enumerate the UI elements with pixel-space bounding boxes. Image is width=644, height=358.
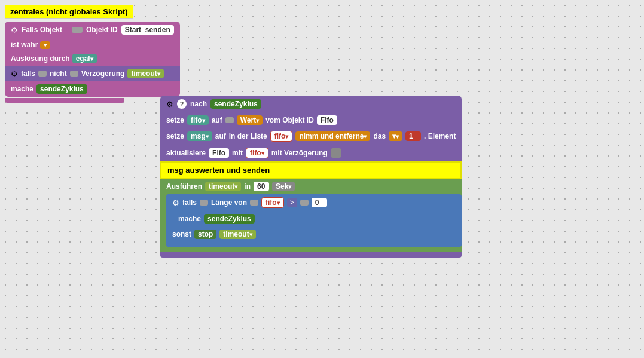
vom-objekt-id-label: vom Objekt ID: [265, 116, 314, 124]
ist-wahr-dropdown[interactable]: [40, 41, 50, 49]
left-block-group: Falls Objekt Objekt ID Start_senden ist …: [5, 22, 180, 103]
connector-6: [250, 200, 258, 206]
connector-2: [38, 71, 47, 77]
ausfuehren-label: Ausführen: [166, 182, 202, 191]
aktualisiere-label: aktualisiere: [166, 149, 206, 157]
purple-close: [160, 252, 462, 258]
start-senden-pill: Start_senden: [121, 25, 174, 35]
mache-row: mache sendeZyklus: [5, 81, 180, 97]
setze-msg-row: setze msg auf in der Liste fifo nimm und…: [160, 128, 462, 145]
left-block-bottom: [5, 98, 124, 103]
msg-auswerten-row: msg auswerten und senden: [160, 161, 462, 179]
script-type-label: zentrales (nicht globales Skript): [5, 5, 133, 19]
question-icon: ?: [177, 99, 187, 109]
ausloesung-label: Auslösung durch: [11, 54, 70, 63]
egal-dropdown[interactable]: egal: [72, 54, 97, 63]
ausloesung-row: Auslösung durch egal: [5, 51, 180, 66]
inner-falls-label: falls: [182, 198, 197, 207]
nimm-entferne-pill[interactable]: nimm und entferne: [295, 131, 370, 141]
fifo-3-pill[interactable]: fifo: [246, 148, 268, 158]
connector-4: [225, 117, 234, 123]
auf-1-label: auf: [212, 116, 222, 124]
connector-left: [72, 27, 83, 33]
greater-op-pill: >: [287, 198, 297, 207]
falls-nicht-row: falls nicht Verzögerung timeout: [5, 66, 180, 81]
connector-3: [70, 71, 78, 77]
setze-fifo-row: setze fifo auf Wert vom Objekt ID Fifo: [160, 112, 462, 128]
zero-val-pill: 0: [312, 198, 327, 207]
laenge-von-label: Länge von: [211, 198, 247, 207]
objekt-id-label: Objekt ID: [86, 26, 118, 34]
verzoegerung-label: Verzögerung: [81, 69, 125, 78]
gear-icon-4: [172, 198, 179, 207]
right-block-group: ? nach sendeZyklus setze fifo auf Wert v…: [160, 96, 462, 258]
stop-pill[interactable]: stop: [194, 230, 216, 239]
connector-5: [200, 200, 208, 206]
gear-icon: [11, 26, 18, 35]
sende-zyklus-pill-1[interactable]: sendeZyklus: [36, 84, 87, 94]
sonst-label: sonst: [172, 230, 191, 238]
setze-2-label: setze: [166, 132, 184, 140]
inner-blue-container: falls Länge von fifo > 0 mache sendeZykl…: [166, 194, 462, 247]
auf-2-label: auf: [215, 132, 226, 140]
fifo-1-pill[interactable]: fifo: [187, 115, 209, 125]
green-close: [160, 247, 462, 252]
nach-label: nach: [190, 100, 207, 108]
das-dropdown[interactable]: ▾: [389, 131, 402, 141]
timeout-dropdown-1[interactable]: timeout: [127, 69, 163, 78]
gear-icon-3: [166, 100, 173, 109]
setze-1-label: setze: [166, 116, 184, 124]
nach-row: ? nach sendeZyklus: [160, 96, 462, 112]
fifo-akt-pill: Fifo: [209, 148, 229, 158]
in-der-liste-label: in der Liste: [229, 132, 267, 140]
sende-zyklus-2-pill[interactable]: sendeZyklus: [204, 214, 255, 224]
timeout-2-pill[interactable]: timeout: [205, 182, 241, 191]
mit-label-1: mit: [232, 149, 243, 157]
sende-zyklus-header-pill[interactable]: sendeZyklus: [210, 99, 261, 109]
inner-mache-label: mache: [178, 215, 201, 223]
mit-verzoegerung-label: mit Verzögerung: [271, 149, 328, 157]
msg-auswerten-label: msg auswerten und senden: [167, 166, 270, 175]
in-label: in: [244, 182, 251, 191]
element-label: . Element: [424, 132, 456, 140]
das-label: das: [373, 132, 386, 140]
mache-label: mache: [11, 85, 33, 93]
inner-sonst-row: sonst stop timeout: [166, 227, 462, 242]
connector-7: [300, 200, 309, 206]
element-num-pill: 1: [405, 131, 421, 141]
ausfuehren-row: Ausführen timeout in 60 Sek: [160, 179, 462, 194]
gear-icon-2: [11, 69, 18, 78]
inner-blue-close: [166, 242, 462, 247]
msg-pill[interactable]: msg: [187, 131, 212, 141]
wert-pill[interactable]: Wert: [237, 115, 263, 125]
ausfuehren-container: Ausführen timeout in 60 Sek falls Länge …: [160, 179, 462, 252]
fifo-2-pill[interactable]: fifo: [270, 131, 293, 142]
timeout-3-pill[interactable]: timeout: [219, 230, 255, 239]
nicht-label: nicht: [50, 69, 67, 78]
falls-label: falls: [21, 69, 35, 78]
verzoegerung-block: [331, 148, 341, 158]
falls-objekt-label: Falls Objekt: [22, 26, 62, 34]
fifo-objekt-id-pill: Fifo: [317, 115, 337, 125]
ist-wahr-label: ist wahr: [11, 41, 38, 49]
falls-objekt-block: Falls Objekt Objekt ID Start_senden ist …: [5, 22, 180, 103]
fifo-4-pill[interactable]: fifo: [261, 197, 284, 208]
falls-objekt-row: Falls Objekt Objekt ID Start_senden: [5, 22, 180, 38]
nach-sende-zyklus-block: ? nach sendeZyklus setze fifo auf Wert v…: [160, 96, 462, 258]
sek-num-pill: 60: [254, 182, 269, 191]
sek-dropdown[interactable]: Sek: [272, 182, 295, 191]
inner-falls-row: falls Länge von fifo > 0: [166, 194, 462, 211]
ist-wahr-row: ist wahr: [5, 38, 180, 51]
inner-mache-row: mache sendeZyklus: [166, 211, 462, 227]
aktualisiere-row: aktualisiere Fifo mit fifo mit Verzögeru…: [160, 145, 462, 161]
